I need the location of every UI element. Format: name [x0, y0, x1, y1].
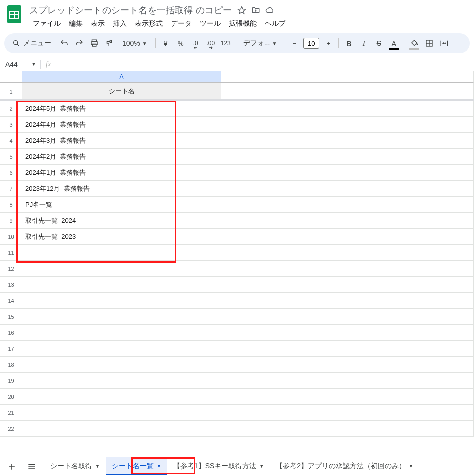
cell[interactable]: [221, 293, 474, 308]
menu-file[interactable]: ファイル: [29, 17, 64, 30]
cell[interactable]: シート名: [22, 83, 221, 100]
cell[interactable]: [22, 293, 221, 308]
row-header[interactable]: 17: [0, 341, 22, 357]
cell[interactable]: [221, 117, 474, 132]
cell[interactable]: [22, 421, 221, 436]
app-logo[interactable]: [4, 4, 24, 24]
cell[interactable]: 2024年1月_業務報告: [22, 165, 221, 180]
row-header[interactable]: 2: [0, 101, 22, 117]
cell[interactable]: [221, 133, 474, 148]
select-all-corner[interactable]: [0, 71, 22, 83]
decrease-decimal-button[interactable]: .0: [189, 36, 203, 50]
row-header[interactable]: 14: [0, 293, 22, 309]
row-header[interactable]: 12: [0, 261, 22, 277]
cell[interactable]: [22, 373, 221, 388]
strikethrough-button[interactable]: S: [372, 36, 386, 50]
menu-view[interactable]: 表示: [87, 17, 108, 30]
menu-insert[interactable]: 挿入: [109, 17, 130, 30]
cell[interactable]: PJ名一覧: [22, 197, 221, 212]
column-header-rest[interactable]: [221, 71, 474, 83]
cloud-status-icon[interactable]: [265, 6, 274, 15]
cell[interactable]: 2023年12月_業務報告: [22, 181, 221, 196]
decrease-font-size-button[interactable]: −: [287, 36, 301, 50]
star-icon[interactable]: [237, 6, 246, 15]
all-sheets-button[interactable]: [24, 459, 39, 474]
font-size-input[interactable]: [303, 38, 319, 49]
name-box[interactable]: A44 ▼: [0, 60, 40, 68]
cell[interactable]: [221, 181, 474, 196]
document-title[interactable]: スプレッドシートのシート名を一括取得 のコピー: [29, 4, 232, 16]
row-header[interactable]: 5: [0, 149, 22, 165]
cell[interactable]: [22, 341, 221, 356]
cell[interactable]: [221, 165, 474, 180]
row-header[interactable]: 13: [0, 277, 22, 293]
print-button[interactable]: [87, 36, 101, 50]
cell[interactable]: 2024年4月_業務報告: [22, 117, 221, 132]
sheet-tab[interactable]: シート名取得▼: [44, 457, 106, 475]
italic-button[interactable]: I: [357, 36, 371, 50]
cell[interactable]: [221, 277, 474, 292]
add-sheet-button[interactable]: [4, 459, 19, 474]
cell[interactable]: [221, 389, 474, 404]
menu-ext[interactable]: 拡張機能: [225, 17, 260, 30]
menu-edit[interactable]: 編集: [65, 17, 86, 30]
row-header[interactable]: 21: [0, 405, 22, 421]
chevron-down-icon[interactable]: ▼: [409, 464, 413, 469]
cell[interactable]: [221, 341, 474, 356]
sheet-tab[interactable]: 【参考2】アプリの承認方法（初回のみ）▼: [270, 457, 419, 475]
bold-button[interactable]: B: [342, 36, 356, 50]
row-header[interactable]: 8: [0, 197, 22, 213]
cell[interactable]: 取引先一覧_2023: [22, 229, 221, 244]
borders-button[interactable]: [422, 36, 436, 50]
row-header[interactable]: 10: [0, 229, 22, 245]
paint-format-button[interactable]: [102, 36, 116, 50]
menu-tools[interactable]: ツール: [196, 17, 224, 30]
cell[interactable]: [22, 357, 221, 372]
cell[interactable]: [221, 261, 474, 276]
cell[interactable]: [22, 389, 221, 404]
zoom-select[interactable]: 100% ▼: [117, 36, 152, 50]
cell[interactable]: 2024年3月_業務報告: [22, 133, 221, 148]
number-format-button[interactable]: 123: [219, 36, 233, 50]
cell[interactable]: 2024年2月_業務報告: [22, 149, 221, 164]
cell[interactable]: [22, 405, 221, 420]
cell[interactable]: [221, 229, 474, 244]
cell[interactable]: 2024年5月_業務報告: [22, 101, 221, 116]
cell[interactable]: [22, 277, 221, 292]
cell[interactable]: [221, 309, 474, 324]
cell[interactable]: [221, 149, 474, 164]
cell[interactable]: [221, 245, 474, 260]
chevron-down-icon[interactable]: ▼: [259, 464, 264, 469]
cell[interactable]: [221, 421, 474, 436]
row-header[interactable]: 20: [0, 389, 22, 405]
merge-cells-button[interactable]: [437, 36, 451, 50]
cell[interactable]: [221, 357, 474, 372]
sheet-tab[interactable]: 【参考1】SSキー取得方法▼: [167, 457, 270, 475]
redo-button[interactable]: [72, 36, 86, 50]
row-header[interactable]: 22: [0, 421, 22, 437]
currency-button[interactable]: ¥: [159, 36, 173, 50]
cell[interactable]: [22, 325, 221, 340]
chevron-down-icon[interactable]: ▼: [157, 464, 161, 469]
cell[interactable]: [22, 261, 221, 276]
fill-color-button[interactable]: [407, 36, 421, 50]
sheet-tab[interactable]: シート名一覧▼: [106, 457, 167, 475]
row-header[interactable]: 19: [0, 373, 22, 389]
row-header[interactable]: 6: [0, 165, 22, 181]
cell[interactable]: [22, 245, 221, 260]
increase-decimal-button[interactable]: .00: [204, 36, 218, 50]
row-header[interactable]: 3: [0, 117, 22, 133]
increase-font-size-button[interactable]: +: [321, 36, 335, 50]
cell[interactable]: [221, 83, 474, 100]
menu-help[interactable]: ヘルプ: [261, 17, 289, 30]
cell[interactable]: [221, 325, 474, 340]
row-header[interactable]: 15: [0, 309, 22, 325]
row-header[interactable]: 9: [0, 213, 22, 229]
cell[interactable]: 取引先一覧_2024: [22, 213, 221, 228]
column-header-a[interactable]: A: [22, 71, 221, 83]
row-header[interactable]: 16: [0, 325, 22, 341]
row-header[interactable]: 7: [0, 181, 22, 197]
cell[interactable]: [221, 101, 474, 116]
menu-data[interactable]: データ: [167, 17, 195, 30]
search-menu-button[interactable]: メニュー: [7, 36, 56, 50]
